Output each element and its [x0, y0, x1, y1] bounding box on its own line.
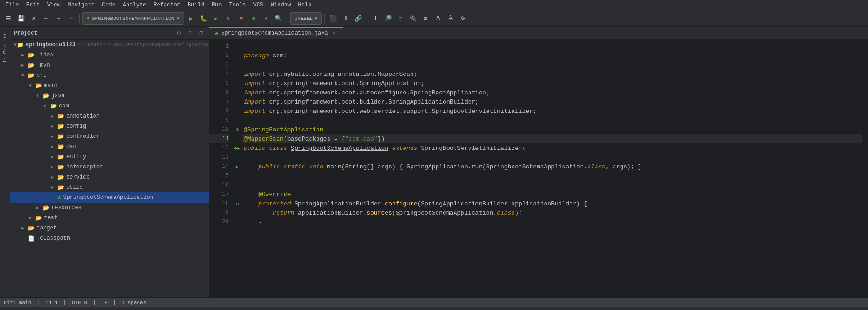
- tab-close-button[interactable]: ✕: [331, 30, 337, 37]
- tree-label: src: [37, 72, 47, 79]
- settings2-icon[interactable]: ≡: [186, 29, 194, 37]
- tree-root[interactable]: ▼ 📁 springbootu6123 C:\Users\22680\Deskt…: [10, 40, 209, 50]
- tree-label: entity: [66, 154, 86, 160]
- menu-edit[interactable]: Edit: [23, 1, 44, 9]
- menu-view[interactable]: View: [44, 1, 64, 9]
- code-area[interactable]: package com; import org.mybatis.spring.a…: [242, 40, 862, 297]
- build-icon[interactable]: ⚙: [248, 13, 259, 24]
- tree-item-classpath[interactable]: 📄 .classpath: [10, 233, 209, 243]
- project-icon: 📁: [17, 42, 24, 49]
- tab-spring-app[interactable]: ☘ SpringbootSchemaApplication.java ✕: [209, 27, 343, 39]
- save-icon[interactable]: 💾: [15, 13, 26, 24]
- tree-item-entity[interactable]: ▶ 📂 entity: [10, 152, 209, 162]
- font-larger-icon[interactable]: A: [445, 13, 456, 24]
- tree-item-controller[interactable]: ▶ 📂 controller: [10, 131, 209, 142]
- run-config-selector[interactable]: ● SPRINGBOOTSCHEMAAPPLICATION ▾: [82, 12, 184, 25]
- undo-icon[interactable]: ↩: [65, 13, 76, 24]
- hamburger-icon[interactable]: ☰: [3, 13, 14, 24]
- code-line-8: import org.springframework.boot.web.serv…: [242, 106, 862, 116]
- collapse-icon[interactable]: ⊟: [197, 29, 205, 37]
- tree-item-main[interactable]: ▼ 📂 main: [10, 81, 209, 91]
- tree-item-test[interactable]: ▶ 📂 test: [10, 213, 209, 223]
- terminal-icon[interactable]: T: [370, 13, 381, 24]
- line-num-1: 1: [209, 42, 229, 51]
- tab-title: SpringbootSchemaApplication.java: [221, 30, 328, 37]
- menu-navigate[interactable]: Navigate: [64, 1, 98, 9]
- tab-icon: ☘: [215, 30, 218, 37]
- tree-item-dao[interactable]: ▶ 📂 dao: [10, 142, 209, 152]
- debug-button[interactable]: 🐛: [198, 13, 209, 24]
- src-folder-icon: 📂: [28, 72, 35, 79]
- menu-refactor[interactable]: Refactor: [150, 1, 184, 9]
- menu-build[interactable]: Build: [184, 1, 208, 9]
- back-icon[interactable]: ←: [40, 13, 51, 24]
- tree-item-annotation[interactable]: ▶ 📂 annotation: [10, 111, 209, 121]
- tree-item-mvn[interactable]: ▶ 📂 .mvn: [10, 60, 209, 70]
- menu-code[interactable]: Code: [98, 1, 119, 9]
- gutter-2: [233, 51, 242, 60]
- refresh-icon[interactable]: ⟳: [457, 13, 469, 24]
- tree-item-interceptor[interactable]: ▶ 📂 interceptor: [10, 162, 209, 172]
- tree-label: resources: [51, 205, 82, 211]
- menu-window[interactable]: Window: [267, 1, 294, 9]
- tree-item-utils[interactable]: ▶ 📂 utils: [10, 182, 209, 192]
- code-line-9: [242, 116, 862, 125]
- panel-title: Project: [14, 30, 172, 37]
- menu-tools[interactable]: Tools: [226, 1, 250, 9]
- tree-item-resources[interactable]: ▶ 📂 resources: [10, 203, 209, 213]
- search-everywhere-icon[interactable]: 🔍: [273, 13, 284, 24]
- menu-file[interactable]: File: [2, 1, 23, 9]
- code-line-19: return applicationBuilder.sources(Spring…: [242, 208, 862, 217]
- suspend-icon[interactable]: ⏸: [340, 13, 351, 24]
- bookmark-icon[interactable]: ☑: [395, 13, 406, 24]
- line-sep-info: LF: [101, 300, 108, 305]
- tree-item-config[interactable]: ▶ 📂 config: [10, 121, 209, 131]
- tree-label: .classpath: [37, 235, 70, 242]
- gutter-18: ↻: [233, 199, 242, 208]
- tree-item-target[interactable]: ▶ 📂 target: [10, 223, 209, 233]
- line-numbers: 1 2 3 4 5 6 7 8 9 10 11 12 13 14 15 16 1…: [209, 40, 233, 297]
- tree-label: config: [66, 123, 86, 130]
- stop-button[interactable]: ■: [235, 13, 247, 24]
- tree-label: test: [44, 215, 57, 221]
- line-num-5: 5: [209, 79, 229, 88]
- tree-item-src[interactable]: ▼ 📂 src: [10, 70, 209, 81]
- run-coverage-icon[interactable]: ▶: [210, 13, 222, 24]
- gear-icon[interactable]: ⚙: [175, 29, 183, 37]
- jrebel-button[interactable]: JREBEL ▾: [290, 12, 322, 25]
- inspect-icon[interactable]: 🔎: [382, 13, 393, 24]
- settings-icon[interactable]: ⚙: [420, 13, 431, 24]
- menu-vcs[interactable]: VCS: [250, 1, 267, 9]
- tab-bar: ☘ SpringbootSchemaApplication.java ✕: [209, 27, 868, 40]
- menu-analyze[interactable]: Analyze: [119, 1, 150, 9]
- font-smaller-icon[interactable]: A: [432, 13, 444, 24]
- tree-item-java[interactable]: ▼ 📂 java: [10, 91, 209, 101]
- code-container: 1 2 3 4 5 6 7 8 9 10 11 12 13 14 15 16 1…: [209, 40, 868, 297]
- code-line-1: [242, 42, 862, 51]
- indent-info: 4 spaces: [121, 300, 146, 305]
- code-line-14: public static void main(String[] args) {…: [242, 162, 862, 171]
- tree-item-spring-app[interactable]: ☘ SpringbootSchemaApplication: [10, 192, 209, 203]
- menu-run[interactable]: Run: [208, 1, 226, 9]
- folder-icon: 📂: [57, 154, 64, 161]
- project-side-tab[interactable]: 1: Project: [1, 29, 9, 67]
- line-num-19: 19: [209, 208, 229, 217]
- gutter-17: [233, 190, 242, 199]
- tree-item-com[interactable]: ▼ 📂 com: [10, 101, 209, 111]
- plugins-icon[interactable]: 🔌: [407, 13, 418, 24]
- tree-label: com: [59, 103, 69, 109]
- debug-attach-icon[interactable]: ⚡: [260, 13, 272, 24]
- external-link-icon[interactable]: 🔗: [353, 13, 364, 24]
- run-button[interactable]: ▶: [185, 13, 196, 24]
- stop-process-icon[interactable]: ⬛: [328, 13, 339, 24]
- forward-icon[interactable]: →: [53, 13, 64, 24]
- tree-item-idea[interactable]: ▶ 📂 .idea: [10, 50, 209, 60]
- sync-icon[interactable]: ↺: [28, 13, 39, 24]
- tree-item-service[interactable]: ▶ 📂 service: [10, 172, 209, 182]
- tree-label: dao: [66, 143, 76, 150]
- status-separator-4: |: [113, 300, 116, 305]
- menu-help[interactable]: Help: [294, 1, 315, 9]
- gutter-11: [233, 134, 242, 143]
- run-with-profiler-icon[interactable]: ▷: [223, 13, 234, 24]
- line-num-20: 20: [209, 217, 229, 227]
